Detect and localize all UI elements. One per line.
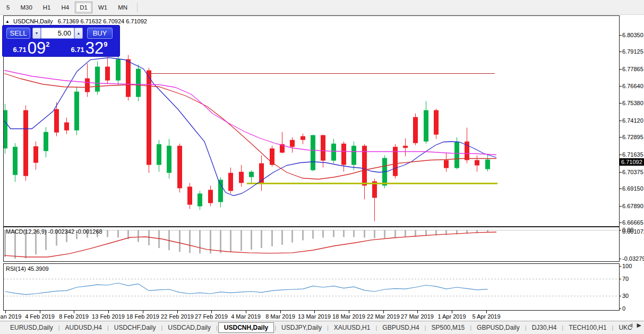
- chart-symbol-label: USDCNH,Daily: [13, 18, 53, 24]
- sell-button[interactable]: SELL: [6, 28, 30, 39]
- price-axis-label: 6.71635: [622, 151, 643, 158]
- current-price-badge: 6.71092: [620, 158, 644, 166]
- trading-app-window: 5M30H1H4D1W1MN ▲ USDCNH,Daily 6.71369 6.…: [0, 0, 644, 334]
- tabbar-scroll-arrows: ◀ ▶: [628, 322, 641, 329]
- macd-axis-label: -0.032799: [622, 255, 643, 262]
- rsi-axis-label: 30: [622, 293, 643, 299]
- price-axis-label: 6.76640: [622, 83, 643, 89]
- price-axis-label: 6.67890: [622, 203, 643, 209]
- price-axis-label: 6.79125: [622, 48, 643, 55]
- timeframe-button-m30[interactable]: M30: [15, 2, 37, 13]
- sell-price-big: 09: [28, 40, 46, 56]
- timeframe-button-mn[interactable]: MN: [113, 2, 132, 13]
- buy-button[interactable]: BUY: [87, 28, 113, 39]
- rsi-axis-label: 100: [622, 263, 643, 269]
- timeframe-button-d1[interactable]: D1: [75, 2, 92, 13]
- one-click-trading-panel: SELL ▼ ▲ BUY 6.71 09 2 6.71 32 9: [2, 25, 120, 57]
- rsi-axis-label: 0: [622, 305, 643, 312]
- sell-price-sup: 2: [46, 41, 49, 48]
- buy-price-sup: 9: [104, 41, 107, 48]
- tab-usdjpy-daily[interactable]: USDJPY,Daily: [277, 323, 327, 332]
- date-axis-label: 5 Apr 2019: [465, 313, 508, 320]
- tab-scroll-left-icon[interactable]: ◀: [628, 322, 632, 329]
- collapse-triangle-icon[interactable]: ▲: [5, 19, 10, 24]
- volume-increase-button[interactable]: ▲: [74, 28, 83, 39]
- rsi-panel[interactable]: [3, 263, 620, 311]
- chart-ohlc-values: 6.71369 6.71632 6.70924 6.71092: [58, 18, 147, 24]
- toolbar-separator: [137, 3, 138, 12]
- timeframe-button-h1[interactable]: H1: [38, 2, 56, 13]
- volume-decrease-button[interactable]: ▼: [32, 28, 41, 39]
- timeframe-button-w1[interactable]: W1: [93, 2, 112, 13]
- tab-sp500-m15[interactable]: SP500,M15: [427, 323, 470, 332]
- buy-price-prefix: 6.71: [71, 44, 84, 56]
- tab-tech100-h1[interactable]: TECH100,H1: [564, 323, 611, 332]
- timeframe-button-h4[interactable]: H4: [56, 2, 74, 13]
- chart-tabbar: EURUSD,Daily|AUDUSD,H4|USDCHF,Daily|USDC…: [0, 321, 644, 334]
- timeframe-toolbar: 5M30H1H4D1W1MN: [0, 0, 644, 15]
- tab-gbpusd-h4[interactable]: GBPUSD,H4: [377, 323, 424, 332]
- sell-price-prefix: 6.71: [13, 44, 26, 56]
- tab-eurusd-daily[interactable]: EURUSD,Daily: [5, 323, 58, 332]
- price-axis-label: 6.69150: [622, 185, 643, 192]
- macd-label: MACD(12,26,9) -0.002342 -0.001268: [6, 228, 102, 235]
- price-axis-label: 6.77865: [622, 66, 643, 72]
- chevron-down-icon: ▼: [35, 31, 39, 35]
- price-axis-label: 6.80350: [622, 32, 643, 38]
- timeframe-button-5[interactable]: 5: [2, 2, 14, 13]
- trade-panel-controls: SELL ▼ ▲ BUY: [2, 28, 120, 39]
- tab-xauusd-h1[interactable]: XAUUSD,H1: [329, 323, 375, 332]
- tab-scroll-right-icon[interactable]: ▶: [637, 322, 641, 329]
- buy-price-tile[interactable]: 6.71 32 9: [62, 40, 117, 56]
- sell-price-tile[interactable]: 6.71 09 2: [4, 40, 59, 56]
- price-axis-label: 6.75380: [622, 100, 643, 106]
- volume-input[interactable]: [41, 28, 74, 39]
- chart-title: ▲ USDCNH,Daily 6.71369 6.71632 6.70924 6…: [5, 18, 147, 24]
- price-axis-label: 6.74120: [622, 117, 643, 124]
- price-axis-label: 6.70375: [622, 169, 643, 175]
- chevron-up-icon: ▲: [77, 31, 81, 35]
- rsi-axis-label: 70: [622, 276, 643, 282]
- rsi-label: RSI(14) 45.3909: [6, 266, 49, 272]
- tab-gbpusd-daily[interactable]: GBPUSD,Daily: [472, 323, 525, 332]
- tab-usdchf-daily[interactable]: USDCHF,Daily: [109, 323, 161, 332]
- tab-audusd-h4[interactable]: AUDUSD,H4: [61, 323, 107, 332]
- macd-axis-label: 0.001072: [622, 228, 643, 235]
- tab-dj30-h4[interactable]: DJ30,H4: [527, 323, 562, 332]
- tab-usdcad-daily[interactable]: USDCAD,Daily: [163, 323, 216, 332]
- tab-usdcnh-daily[interactable]: USDCNH,Daily: [218, 322, 274, 333]
- price-axis-label: 6.72895: [622, 134, 643, 140]
- buy-price-big: 32: [85, 40, 104, 56]
- price-axis-label: 6.66665: [622, 219, 643, 226]
